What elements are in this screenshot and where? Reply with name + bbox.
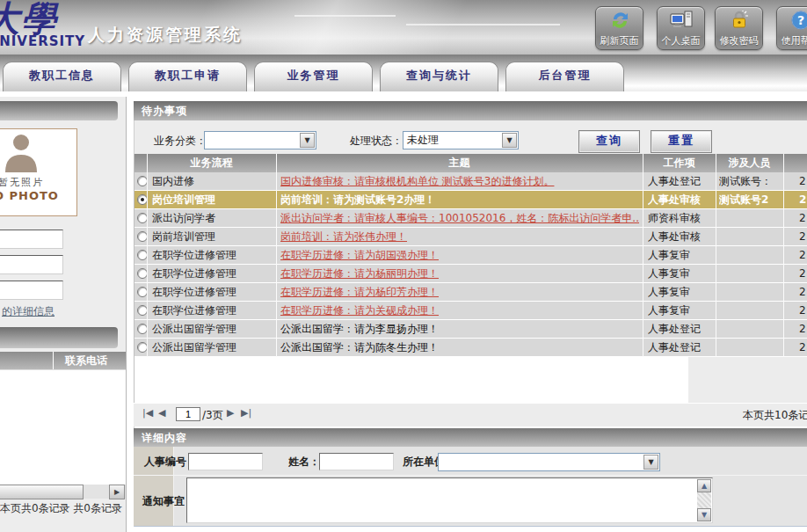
- table-row[interactable]: 国内进修 国内进修审核：请审核根机构单位 测试账号3的进修计划。 人事处登记 测…: [134, 172, 807, 190]
- cell-process: 在职学位进修管理: [152, 302, 273, 319]
- cell-process: 国内进修: [152, 172, 273, 190]
- horizontal-scrollbar[interactable]: ▶: [0, 485, 126, 499]
- main-tab-bar: 教职工信息 教职工申请 业务管理 查询与统计 后台管理: [0, 55, 807, 91]
- table-row[interactable]: 岗前培训管理 岗前培训：请为张伟办理！ 人事处审核 2: [134, 228, 807, 245]
- first-page-icon[interactable]: |◀: [142, 407, 153, 419]
- cell-subject-link[interactable]: 在职学历进修：请为杨印芳办理！: [280, 283, 639, 301]
- personal-desktop-button[interactable]: 个人桌面: [657, 6, 705, 50]
- cell-subject-link[interactable]: 岗前培训：请为测试账号2办理！: [280, 191, 639, 208]
- cell-person: [719, 302, 781, 319]
- banner-deco-line: [406, 24, 560, 26]
- table-row[interactable]: 在职学位进修管理 在职学历进修：请为关砚成办理！ 人事复审 2: [134, 302, 807, 319]
- notice-textarea[interactable]: ▲ ▼: [186, 477, 713, 523]
- table-row[interactable]: 在职学位进修管理 在职学历进修：请为杨印芳办理！ 人事复审 2: [134, 283, 807, 301]
- page-title: 人力资源管理系统: [88, 24, 243, 47]
- todo-panel: 待办事项 业务分类： ▼ 处理状态： 未处理 ▼ 查询 重置 业务流程 主题 工…: [134, 97, 807, 532]
- table-empty-area: [134, 357, 689, 403]
- scroll-up-icon[interactable]: ▲: [697, 479, 711, 492]
- cell-date: 2: [799, 283, 807, 301]
- page-number-input[interactable]: [176, 407, 200, 421]
- refresh-page-button[interactable]: 刷新页面: [595, 6, 643, 50]
- page-total-label: /3页: [202, 408, 223, 423]
- query-button[interactable]: 查询: [578, 130, 640, 153]
- page-record-count: 本页共10条记录: [743, 408, 807, 423]
- change-password-button[interactable]: 修改密码: [715, 6, 763, 50]
- sidebar-field-1[interactable]: [0, 230, 63, 249]
- cell-date: 2: [799, 265, 807, 282]
- cell-workitem: 人事处登记: [648, 320, 713, 338]
- column-divider: [643, 154, 643, 357]
- sidebar-field-2[interactable]: [0, 255, 63, 274]
- cell-process: 在职学位进修管理: [152, 283, 273, 301]
- cell-workitem: 人事处审核: [648, 228, 713, 245]
- cell-date: 2: [799, 191, 807, 208]
- tab-backend[interactable]: 后台管理: [505, 62, 624, 91]
- header-subject: 主题: [276, 154, 643, 172]
- refresh-icon: [596, 7, 643, 34]
- table-row[interactable]: 公派出国留学管理 公派出国留学：请为李显扬办理！ 人事处登记 2: [134, 320, 807, 338]
- table-row[interactable]: 派出访问学者 派出访问学者：请审核人事编号：1001052016，姓名：陈标出访…: [134, 209, 807, 227]
- detail-section-title: 详细内容: [134, 428, 807, 448]
- tab-query-stats[interactable]: 查询与统计: [380, 62, 498, 91]
- table-row-selected[interactable]: 岗位培训管理 岗前培训：请为测试账号2办理！ 人事处审核 测试账号2 2: [134, 191, 807, 208]
- banner-deco-line: [294, 15, 396, 17]
- cell-person: [719, 320, 781, 338]
- name-input[interactable]: [319, 453, 394, 470]
- category-select[interactable]: ▼: [204, 131, 316, 149]
- cell-workitem: 师资科审核: [648, 209, 713, 227]
- next-page-icon[interactable]: ▶: [227, 407, 234, 419]
- chevron-down-icon[interactable]: ▼: [502, 133, 517, 148]
- unit-select[interactable]: ▼: [438, 453, 660, 471]
- cell-person: [719, 265, 781, 282]
- cell-subject-link[interactable]: 在职学历进修：请为胡国强办理！: [280, 246, 639, 264]
- cell-workitem: 人事处登记: [648, 172, 713, 190]
- last-page-icon[interactable]: ▶|: [241, 407, 251, 419]
- cell-person: [719, 339, 781, 356]
- cell-subject-link[interactable]: 国内进修审核：请审核根机构单位 测试账号3的进修计划。: [280, 172, 639, 190]
- tab-staff-info[interactable]: 教职工信息: [3, 62, 121, 91]
- cell-date: 2: [799, 320, 807, 338]
- cell-workitem: 人事复审: [648, 283, 713, 301]
- table-row[interactable]: 公派出国留学管理 公派出国留学：请为陈冬生办理！ 人事处登记 2: [134, 339, 807, 356]
- prev-page-icon[interactable]: ◀: [158, 407, 165, 419]
- cell-subject: 公派出国留学：请为陈冬生办理！: [280, 339, 639, 356]
- cell-subject-link[interactable]: 派出访问学者：请审核人事编号：1001052016，姓名：陈标出访问学者申...: [280, 209, 639, 227]
- name-label: 姓名：: [288, 453, 320, 470]
- reset-button[interactable]: 重置: [651, 130, 712, 153]
- status-filter-label: 处理状态：: [350, 132, 403, 150]
- cell-workitem: 人事复审: [648, 265, 713, 282]
- table-row[interactable]: 在职学位进修管理 在职学历进修：请为杨丽明办理！ 人事复审 2: [134, 265, 807, 282]
- cell-subject-link[interactable]: 在职学历进修：请为杨丽明办理！: [280, 265, 639, 282]
- vertical-scrollbar[interactable]: ▲ ▼: [697, 479, 711, 521]
- staff-id-input[interactable]: [188, 453, 263, 470]
- sidebar-field-3[interactable]: [0, 281, 63, 300]
- help-icon: ?: [777, 7, 807, 34]
- tab-staff-apply[interactable]: 教职工申请: [128, 62, 247, 91]
- column-divider: [716, 154, 716, 357]
- cell-process: 岗位培训管理: [152, 191, 273, 208]
- cell-person: [719, 228, 781, 245]
- sidebar-record-count: 本页共0条记录 共0条记录: [0, 501, 122, 516]
- table-row[interactable]: 在职学位进修管理 在职学历进修：请为胡国强办理！ 人事复审 2: [134, 246, 807, 264]
- scroll-right-arrow-icon[interactable]: ▶: [109, 485, 125, 499]
- status-select[interactable]: 未处理 ▼: [403, 131, 519, 149]
- cell-subject-link[interactable]: 岗前培训：请为张伟办理！: [280, 228, 639, 245]
- cell-subject-link[interactable]: 在职学历进修：请为关砚成办理！: [280, 302, 639, 319]
- detail-info-link[interactable]: 的详细信息: [2, 304, 55, 319]
- scrollbar-thumb[interactable]: [0, 485, 84, 499]
- person-silhouette-icon: [2, 132, 40, 172]
- no-photo-text-en: NO PHOTO: [0, 189, 76, 202]
- tab-business[interactable]: 业务管理: [254, 62, 373, 91]
- cell-process: 公派出国留学管理: [152, 320, 273, 338]
- left-sidebar: 暂无照片 NO PHOTO 的详细信息 联系电话 ▶ 本页共0条记录 共0条记录: [0, 97, 127, 532]
- chevron-down-icon[interactable]: ▼: [300, 133, 315, 148]
- table-header-row: 业务流程 主题 工作项 涉及人员: [134, 154, 807, 172]
- no-photo-text-cn: 暂无照片: [0, 176, 76, 189]
- scroll-down-icon[interactable]: ▼: [697, 508, 711, 521]
- chevron-down-icon[interactable]: ▼: [643, 455, 658, 470]
- cell-date: 2: [799, 172, 807, 190]
- cell-date: 2: [799, 246, 807, 264]
- cell-date: 2: [799, 209, 807, 227]
- header-process: 业务流程: [147, 154, 276, 172]
- help-button[interactable]: ? 使用帮助: [776, 6, 807, 50]
